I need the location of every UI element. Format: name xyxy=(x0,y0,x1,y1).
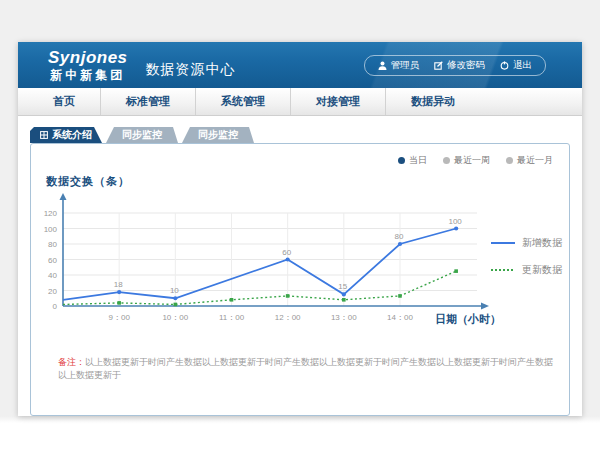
tab-label: 同步监控 xyxy=(122,128,162,142)
chart-legend: 新增数据更新数据 xyxy=(491,236,562,277)
grid-icon xyxy=(40,130,48,141)
svg-text:18: 18 xyxy=(114,280,123,289)
svg-text:60: 60 xyxy=(48,256,57,265)
content-panel: 当日最近一周最近一月 数据交换（条） 0204060801001209：0010… xyxy=(30,143,570,416)
x-axis-title: 日期（小时） xyxy=(435,312,501,327)
user-menu-label: 退出 xyxy=(513,59,532,72)
user-menu-logout[interactable]: 退出 xyxy=(500,59,532,72)
svg-text:10：00: 10：00 xyxy=(162,313,188,322)
radio-range-0[interactable]: 当日 xyxy=(398,154,427,167)
tab-strip: 系统介绍同步监控同步监控 xyxy=(30,127,582,143)
legend-line-sample xyxy=(491,240,515,246)
legend-label: 更新数据 xyxy=(522,263,562,277)
brand: Synjones 新中新集团 数据资源中心 xyxy=(48,49,236,81)
user-menu-label: 修改密码 xyxy=(447,59,485,72)
footnote: 备注：以上数据更新于时间产生数据以上数据更新于时间产生数据以上数据更新于时间产生… xyxy=(58,356,553,381)
nav-item-0[interactable]: 首页 xyxy=(28,88,101,115)
radio-icon xyxy=(398,157,405,164)
svg-text:14：00: 14：00 xyxy=(387,313,413,322)
radio-label: 最近一周 xyxy=(454,154,490,167)
user-menu-label: 管理员 xyxy=(391,59,420,72)
legend-item-1[interactable]: 更新数据 xyxy=(491,263,562,277)
radio-label: 当日 xyxy=(409,154,427,167)
logo-company-name: 新中新集团 xyxy=(50,69,125,81)
radio-label: 最近一月 xyxy=(517,154,553,167)
svg-text:15: 15 xyxy=(338,282,347,291)
app-window: Synjones 新中新集团 数据资源中心 管理员修改密码退出 首页标准管理系统… xyxy=(18,42,582,416)
app-header: Synjones 新中新集团 数据资源中心 管理员修改密码退出 xyxy=(18,42,582,88)
radio-range-1[interactable]: 最近一周 xyxy=(443,154,490,167)
user-toolbar: 管理员修改密码退出 xyxy=(364,55,547,76)
radio-icon xyxy=(443,157,450,164)
svg-text:0: 0 xyxy=(53,302,58,311)
tab-label: 系统介绍 xyxy=(52,128,92,142)
line-chart: 0204060801001209：0010：0011：0012：0013：001… xyxy=(31,144,551,326)
svg-text:11：00: 11：00 xyxy=(219,313,245,322)
legend-item-0[interactable]: 新增数据 xyxy=(491,236,562,250)
svg-text:12：00: 12：00 xyxy=(275,313,301,322)
tab-label: 同步监控 xyxy=(198,128,238,142)
page-title: 数据资源中心 xyxy=(146,61,236,79)
footnote-label: 备注： xyxy=(58,357,85,367)
user-icon xyxy=(378,61,387,70)
edit-icon xyxy=(434,61,443,70)
svg-text:80: 80 xyxy=(395,232,404,241)
legend-line-sample xyxy=(491,267,515,273)
logo-wordmark: Synjones xyxy=(48,49,128,66)
tab-1[interactable]: 同步监控 xyxy=(106,127,178,143)
svg-text:100: 100 xyxy=(448,217,462,226)
user-menu-change-password[interactable]: 修改密码 xyxy=(434,59,485,72)
tab-0[interactable]: 系统介绍 xyxy=(30,127,102,143)
user-menu-admin[interactable]: 管理员 xyxy=(378,59,420,72)
svg-text:9：00: 9：00 xyxy=(108,313,130,322)
svg-text:80: 80 xyxy=(48,240,57,249)
nav-item-3[interactable]: 对接管理 xyxy=(291,88,386,115)
nav-item-4[interactable]: 数据异动 xyxy=(386,88,480,115)
nav-item-1[interactable]: 标准管理 xyxy=(101,88,196,115)
range-filter-group: 当日最近一周最近一月 xyxy=(398,154,553,167)
svg-text:10: 10 xyxy=(170,286,179,295)
legend-label: 新增数据 xyxy=(522,236,562,250)
radio-range-2[interactable]: 最近一月 xyxy=(506,154,553,167)
svg-text:100: 100 xyxy=(44,225,58,234)
power-icon xyxy=(500,61,509,70)
svg-text:60: 60 xyxy=(282,248,291,257)
svg-text:20: 20 xyxy=(48,287,57,296)
nav-item-2[interactable]: 系统管理 xyxy=(196,88,291,115)
brand-logo: Synjones 新中新集团 xyxy=(48,49,128,81)
tab-2[interactable]: 同步监控 xyxy=(182,127,254,143)
svg-text:120: 120 xyxy=(44,209,58,218)
svg-text:13：00: 13：00 xyxy=(331,313,357,322)
radio-icon xyxy=(506,157,513,164)
svg-text:40: 40 xyxy=(48,271,57,280)
nav-bar: 首页标准管理系统管理对接管理数据异动 xyxy=(18,88,582,116)
footnote-text: 以上数据更新于时间产生数据以上数据更新于时间产生数据以上数据更新于时间产生数据以… xyxy=(58,357,553,380)
